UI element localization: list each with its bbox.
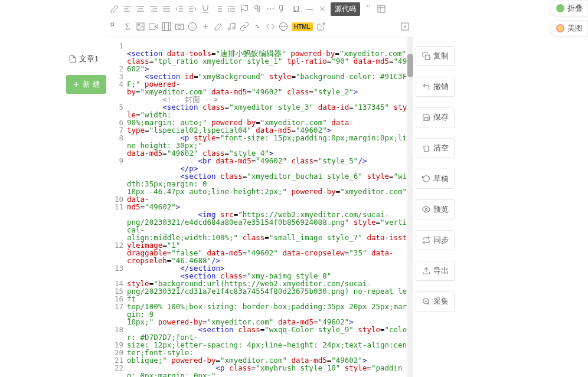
code-body[interactable]: <section data-tools="速排小蚂蚁编辑器" powered-b… <box>127 37 413 377</box>
svg-point-51 <box>233 27 235 29</box>
flag-icon[interactable] <box>240 4 249 14</box>
format-icon[interactable] <box>110 22 119 31</box>
edit-icon[interactable] <box>110 4 119 14</box>
list-ol-icon[interactable] <box>214 4 223 14</box>
svg-point-30 <box>273 8 273 9</box>
line-gutter: 1 234 5 678 9 1011 12 13 14151617 18 192… <box>106 37 127 377</box>
beautify-dot-icon <box>556 24 564 32</box>
dash-icon[interactable]: — <box>305 4 314 14</box>
code-editor[interactable]: 1 234 5 678 9 1011 12 13 14151617 18 192… <box>106 37 413 377</box>
music-icon[interactable] <box>227 22 236 31</box>
link-icon[interactable] <box>240 22 249 31</box>
omega-icon[interactable]: Ω <box>292 4 301 14</box>
svg-point-39 <box>138 24 140 26</box>
svg-line-61 <box>427 303 429 304</box>
sigma-icon[interactable]: Σ <box>123 22 132 31</box>
eye-icon <box>422 205 430 214</box>
collect-icon <box>422 297 430 306</box>
add-icon[interactable] <box>201 22 210 31</box>
svg-rect-34 <box>378 5 385 12</box>
article-tab-label: 文章1 <box>79 54 99 64</box>
fold-pill[interactable]: 折叠 <box>550 0 588 17</box>
align-right-icon[interactable] <box>149 4 158 14</box>
svg-point-46 <box>178 25 181 28</box>
fold-dot-icon <box>556 4 564 12</box>
svg-rect-42 <box>162 22 170 30</box>
indent-left-icon[interactable] <box>175 4 184 14</box>
article-tab-1[interactable]: 文章1 <box>66 50 106 68</box>
quote-icon[interactable] <box>279 4 288 14</box>
emoji-icon[interactable] <box>188 22 197 31</box>
undo-icon <box>422 83 430 91</box>
wand-icon[interactable] <box>214 22 223 31</box>
save-icon <box>422 113 430 122</box>
more-icon[interactable] <box>266 4 275 14</box>
clear-button[interactable]: 清空 <box>416 138 455 158</box>
editor-toolbar: Ω — 源代码 " Σ HTML <box>106 0 413 37</box>
svg-point-26 <box>228 8 228 9</box>
cross-icon[interactable] <box>318 4 327 14</box>
svg-rect-37 <box>111 23 114 26</box>
paragraph-icon[interactable] <box>253 4 262 14</box>
svg-rect-45 <box>175 24 183 29</box>
editor-scrollbar[interactable] <box>407 37 413 377</box>
svg-point-58 <box>425 208 427 211</box>
sync-icon <box>422 236 430 244</box>
video-icon[interactable] <box>149 22 158 31</box>
svg-rect-57 <box>425 55 430 60</box>
fullscreen-icon[interactable] <box>400 22 410 31</box>
film-icon[interactable] <box>162 22 171 31</box>
document-icon <box>68 55 77 63</box>
table-icon[interactable] <box>377 4 386 14</box>
history-icon <box>422 175 430 183</box>
new-button[interactable]: 新 建 <box>66 75 106 94</box>
html-button[interactable]: HTML <box>292 22 313 31</box>
svg-point-31 <box>267 8 268 9</box>
svg-point-47 <box>188 22 196 30</box>
svg-marker-40 <box>155 25 158 29</box>
image-icon[interactable] <box>136 22 145 31</box>
camera-icon[interactable] <box>175 22 184 31</box>
align-left-icon[interactable] <box>123 4 132 14</box>
list-ul-icon[interactable] <box>227 4 236 14</box>
preview-button[interactable]: 预览 <box>416 199 455 219</box>
external-icon[interactable] <box>316 22 326 31</box>
sync-button[interactable]: 同步 <box>416 230 455 250</box>
save-button[interactable]: 保存 <box>416 107 455 127</box>
undo-button[interactable]: 撤销 <box>416 77 455 97</box>
export-button[interactable]: 导出 <box>416 261 455 281</box>
svg-line-54 <box>320 23 324 27</box>
collect-button[interactable]: 采集 <box>416 291 455 312</box>
draft-button[interactable]: 草稿 <box>416 169 455 189</box>
source-code-button[interactable]: 源代码 <box>331 2 360 16</box>
svg-rect-55 <box>401 23 409 30</box>
underline-icon[interactable] <box>201 4 210 14</box>
new-button-label: 新 建 <box>83 79 100 90</box>
svg-point-56 <box>404 26 406 28</box>
scrollbar-thumb[interactable] <box>407 54 413 77</box>
align-justify-icon[interactable] <box>162 4 171 14</box>
plus-icon <box>72 80 80 88</box>
svg-point-50 <box>228 28 230 30</box>
svg-point-27 <box>228 11 228 11</box>
svg-point-25 <box>228 6 228 6</box>
copy-icon <box>422 52 430 60</box>
code-icon[interactable] <box>266 22 275 31</box>
unlink-icon[interactable] <box>253 22 262 31</box>
svg-rect-41 <box>149 24 155 29</box>
beautify-pill[interactable]: 美图 <box>550 20 588 37</box>
quote2-icon[interactable]: " <box>364 4 373 14</box>
trash-icon <box>422 144 430 152</box>
globe-icon[interactable] <box>279 22 288 31</box>
svg-point-29 <box>270 8 270 9</box>
indent-right-icon[interactable] <box>188 4 197 14</box>
copy-button[interactable]: 复制 <box>416 46 455 66</box>
align-center-icon[interactable] <box>136 4 145 14</box>
export-icon <box>422 267 430 275</box>
